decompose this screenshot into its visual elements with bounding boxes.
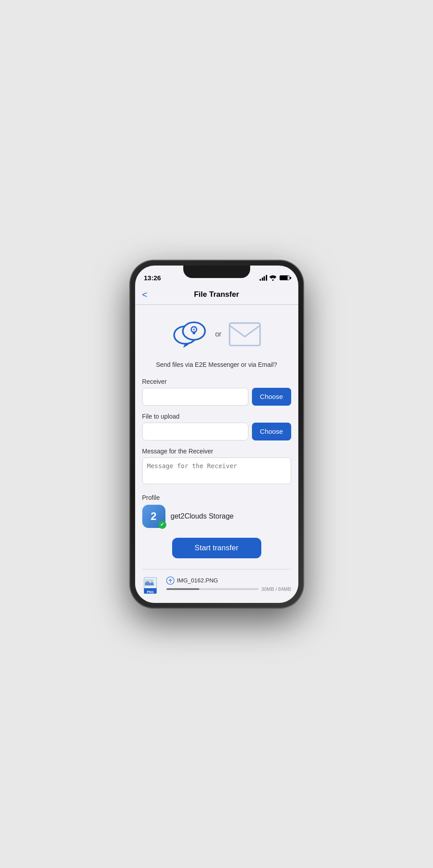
avatar: 2 ✓	[142, 505, 165, 528]
avatar-check-icon: ✓	[158, 521, 166, 529]
start-transfer-button[interactable]: Start transfer	[172, 538, 261, 558]
profile-row: 2 ✓ get2Clouds Storage	[142, 505, 291, 528]
transfer-info-1: IMG_0162.PNG 30MB / 84MB	[166, 577, 291, 592]
phone-screen: 13:26 < File Tra	[135, 266, 298, 603]
receiver-label: Receiver	[142, 378, 291, 385]
upload-icon	[166, 577, 174, 585]
transfer-list: PNG IMG_0162.PNG	[142, 569, 291, 603]
profile-name: get2Clouds Storage	[171, 512, 234, 520]
file-label: File to upload	[142, 413, 291, 420]
status-time: 13:26	[144, 274, 161, 282]
page-title: File Transfer	[194, 290, 239, 299]
file-upload-section: File to upload Choose	[142, 413, 291, 440]
email-icon[interactable]	[229, 322, 261, 347]
receiver-row: Choose	[142, 388, 291, 406]
or-separator: or	[215, 330, 221, 338]
receiver-input[interactable]	[142, 388, 248, 406]
svg-rect-6	[229, 323, 260, 345]
svg-point-0	[272, 279, 273, 281]
transfer-filename-1: IMG_0162.PNG	[177, 577, 219, 584]
messenger-icon[interactable]	[172, 318, 208, 350]
message-input[interactable]	[142, 457, 291, 484]
signal-icon	[260, 275, 267, 281]
profile-label: Profile	[142, 494, 291, 501]
send-description: Send files via E2E Messenger or via Emai…	[142, 361, 291, 368]
svg-rect-4	[193, 331, 195, 334]
file-input[interactable]	[142, 423, 248, 440]
status-icons	[260, 275, 289, 281]
progress-text-1: 30MB / 84MB	[261, 586, 291, 592]
progress-bar-bg-1	[166, 588, 259, 590]
message-section: Message for the Receiver	[142, 448, 291, 486]
phone-frame: 13:26 < File Tra	[130, 260, 304, 608]
svg-point-2	[183, 322, 205, 340]
choose-file-button[interactable]: Choose	[252, 423, 291, 440]
svg-point-11	[151, 580, 153, 581]
receiver-section: Receiver Choose	[142, 378, 291, 406]
main-content: or Send files via E2E Messenger or via E…	[135, 305, 298, 603]
battery-icon	[280, 275, 289, 280]
profile-section: Profile 2 ✓ get2Clouds Storage	[142, 494, 291, 528]
avatar-number: 2	[151, 510, 157, 523]
svg-point-5	[193, 328, 195, 330]
method-selection: or	[142, 314, 291, 355]
back-button[interactable]: <	[142, 290, 148, 300]
wifi-icon	[269, 275, 276, 281]
nav-bar: < File Transfer	[135, 285, 298, 305]
svg-text:PNG: PNG	[147, 590, 154, 594]
choose-receiver-button[interactable]: Choose	[252, 388, 291, 406]
file-thumb-png: PNG	[142, 577, 162, 596]
notch	[183, 266, 250, 278]
message-label: Message for the Receiver	[142, 448, 291, 455]
transfer-item: PNG IMG_0162.PNG	[142, 577, 291, 596]
file-row: Choose	[142, 423, 291, 440]
progress-bar-fill-1	[166, 588, 200, 590]
